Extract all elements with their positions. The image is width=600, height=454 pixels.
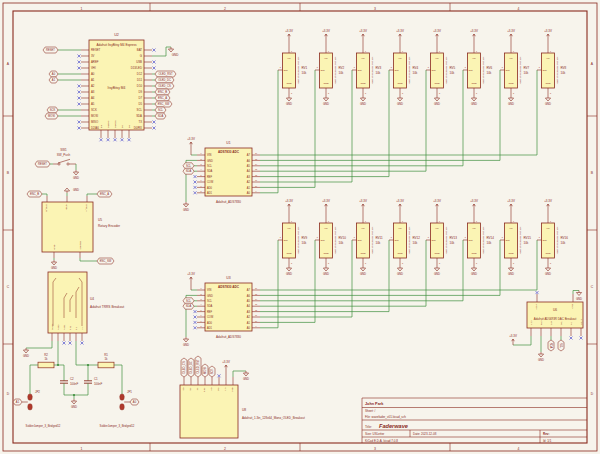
power-3v3-label: +3.3V <box>359 29 367 33</box>
global-label-scl[interactable]: SCL <box>183 298 194 304</box>
fader-ref: RV16 <box>561 236 569 240</box>
global-label-a0[interactable]: A0 <box>49 71 58 77</box>
fader-rv8[interactable]: +3.3VGNDVinOutGNDAdafruit SC60281 Pot 10… <box>537 29 567 106</box>
pin-number: 1 <box>439 220 440 222</box>
text: SWCLK <box>114 120 116 128</box>
adc-u3[interactable]: U3ADS7830 ADCAdafruit_ADS7830VIN1A716GND… <box>183 272 260 347</box>
global-label-enc_sw[interactable]: ENC_SW <box>97 258 114 264</box>
global-label-oled_dc[interactable]: OLED_DC <box>188 358 194 377</box>
capacitor-body[interactable] <box>84 381 92 383</box>
oled-body[interactable] <box>180 385 238 438</box>
power-3v3-label: +3.3V <box>396 29 404 33</box>
global-label-enc_b[interactable]: ENC_B <box>155 89 170 95</box>
text: Out <box>321 239 325 242</box>
gnd-symbol <box>71 399 76 404</box>
no-connect-icon <box>580 337 583 340</box>
solder-jumper-pad[interactable] <box>120 404 124 410</box>
solder-jumper-pad[interactable] <box>120 394 124 400</box>
cap-ref: C1 <box>94 377 98 381</box>
solder-jumper-pad[interactable] <box>28 404 32 410</box>
fader-lib-label: Adafruit SC60281 Pot 10k <box>519 56 522 84</box>
fader-rv9[interactable]: +3.3VGNDVinOutGNDAdafruit SC60281 Pot 10… <box>278 199 308 276</box>
capacitor-body[interactable] <box>60 381 68 383</box>
no-connect-icon <box>100 138 103 141</box>
junction-dot <box>87 364 89 366</box>
global-label-scl[interactable]: SCL <box>183 163 194 169</box>
global-label-enc_b[interactable]: ENC_B <box>27 191 42 197</box>
solder-jumper-pad[interactable] <box>28 394 32 400</box>
fader-rv14[interactable]: +3.3VGNDVinOutGNDAdafruit SC60281 Pot 10… <box>463 199 494 276</box>
zone-ref: 3 <box>374 447 376 451</box>
reset-switch[interactable]: RESETSW1SW_PushGND <box>35 148 79 180</box>
fader-lib-label: Adafruit SC60281 Pot 10k <box>371 56 374 84</box>
global-label-a1[interactable]: A1 <box>49 77 58 83</box>
fader-rv16[interactable]: +3.3VGNDVinOutGNDAdafruit SC60281 Pot 10… <box>537 199 568 276</box>
schematic-canvas[interactable]: 11223344AABBCCDDU2Adafruit ItsyBitsy M4 … <box>0 0 600 454</box>
text: Out <box>284 69 288 72</box>
global-label-sda[interactable]: SDA <box>548 340 554 351</box>
fader-value: 10k <box>413 71 418 75</box>
no-connect-icon <box>128 138 131 141</box>
global-label-reset[interactable]: RESET <box>43 47 58 53</box>
no-connect-icon <box>69 342 72 345</box>
pin-number: 2 <box>200 158 201 160</box>
text: D7 <box>138 96 142 100</box>
global-label-scl[interactable]: SCL <box>558 340 564 351</box>
fader-rv2[interactable]: +3.3VGNDVinOutGNDAdafruit SC60281 Pot 10… <box>315 29 345 106</box>
global-label-oled_cs[interactable]: OLED_CS <box>181 358 187 377</box>
global-label-oled_cs[interactable]: OLED_CS <box>155 83 174 89</box>
global-label-oled_rst[interactable]: OLED_RST <box>195 356 201 377</box>
schematic-sheet[interactable]: 11223344AABBCCDDU2Adafruit ItsyBitsy M4 … <box>0 0 600 454</box>
fader-rv6[interactable]: +3.3VGNDVinOutGNDAdafruit SC60281 Pot 10… <box>463 29 493 106</box>
global-label-enc_a[interactable]: ENC_A <box>155 95 170 101</box>
global-label-a1[interactable]: A1 <box>13 399 22 405</box>
global-label-reset[interactable]: RESET <box>35 161 50 167</box>
fader-rv7[interactable]: +3.3VGNDVinOutGNDAdafruit SC60281 Pot 10… <box>500 29 530 106</box>
fader-rv10[interactable]: +3.3VGNDVinOutGNDAdafruit SC60281 Pot 10… <box>315 199 346 276</box>
global-label-sda[interactable]: SDA <box>183 168 194 174</box>
fader-rv1[interactable]: +3.3VGNDVinOutGNDAdafruit SC60281 Pot 10… <box>278 29 308 106</box>
text: Out <box>432 239 436 242</box>
zone-ref: C <box>7 285 10 289</box>
dac-breakout[interactable]: U6Adafruit AD5693R DAC BreakoutVREFGNDGN… <box>509 291 583 363</box>
fader-rv5[interactable]: +3.3VGNDVinOutGNDAdafruit SC60281 Pot 10… <box>426 29 456 106</box>
resistor-body[interactable] <box>98 362 114 368</box>
global-label-scl[interactable]: SCL <box>155 107 166 113</box>
global-label-mosi[interactable]: MOSI <box>45 113 58 119</box>
mcu-itsybitsy[interactable]: U2Adafruit ItsyBitsy M4 ExpressItsyBitsy… <box>43 33 179 141</box>
resistor-body[interactable] <box>38 362 54 368</box>
global-label-oled_dc[interactable]: OLED_DC <box>155 77 174 83</box>
title-file: File: wavefader_v01.kicad_sch <box>365 415 406 419</box>
wire <box>114 365 122 394</box>
fader-rv3[interactable]: +3.3VGNDVinOutGNDAdafruit SC60281 Pot 10… <box>352 29 382 106</box>
no-connect-icon <box>153 61 156 64</box>
global-label-sda[interactable]: SDA <box>155 113 166 119</box>
oled-breakout[interactable]: CSDCRstDataClk3VoVinGndOLED_CSOLED_DCOLE… <box>180 356 305 438</box>
global-label-a0[interactable]: A0 <box>130 399 139 405</box>
global-label-sck[interactable]: SCK <box>47 107 58 113</box>
fader-rv11[interactable]: +3.3VGNDVinOutGNDAdafruit SC60281 Pot 10… <box>352 199 383 276</box>
text: Mic <box>81 327 83 330</box>
fader-rv12[interactable]: +3.3VGNDVinOutGNDAdafruit SC60281 Pot 10… <box>389 199 420 276</box>
global-label-enc_a[interactable]: ENC_A <box>97 191 112 197</box>
global-label-sda[interactable]: SDA <box>183 303 194 309</box>
fader-rv13[interactable]: +3.3VGNDVinOutGNDAdafruit SC60281 Pot 10… <box>426 199 457 276</box>
encoder-body[interactable] <box>42 202 93 252</box>
text: Out <box>469 239 473 242</box>
power-3v3-symbol <box>362 34 365 53</box>
title-size: Size: USLetter <box>365 432 384 436</box>
pin-number: 2 <box>354 236 355 238</box>
fader-rv4[interactable]: +3.3VGNDVinOutGNDAdafruit SC60281 Pot 10… <box>389 29 419 106</box>
pin-number: 13 <box>255 168 257 170</box>
gnd-label: GND <box>508 102 514 106</box>
adc-footprint: Adafruit_ADS7830 <box>216 200 241 204</box>
adc-u1[interactable]: U1ADS7830 ADCAdafruit_ADS7830VIN1A716GND… <box>183 137 260 212</box>
fader-rv15[interactable]: +3.3VGNDVinOutGNDAdafruit SC60281 Pot 10… <box>500 199 531 276</box>
trrs-breakout[interactable]: SleeveRing2Ring1TipSTipMicU4Adafruit TRR… <box>23 272 124 365</box>
rotary-encoder[interactable]: U5Rotary EncoderENC_BGNDENC_AGNDSWITCHEN… <box>27 188 121 271</box>
pin-number: 9 <box>255 190 256 192</box>
global-label-enc_sw[interactable]: ENC_SW <box>155 101 172 107</box>
global-label-mosi[interactable]: MOSI <box>202 364 208 377</box>
global-label-oled_rst[interactable]: OLED_RST <box>155 71 176 77</box>
global-label-sck[interactable]: SCK <box>209 366 215 377</box>
